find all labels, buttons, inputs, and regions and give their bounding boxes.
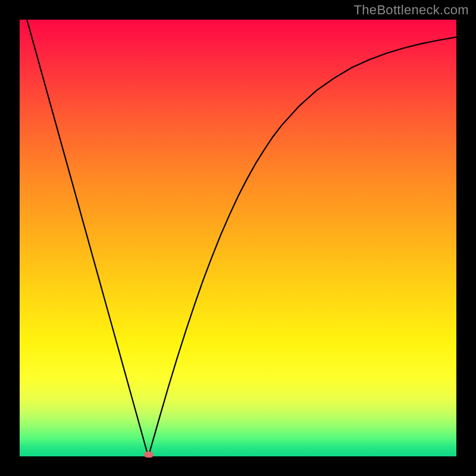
chart-frame: TheBottleneck.com [0, 0, 476, 476]
bottleneck-curve [20, 20, 456, 456]
watermark-text: TheBottleneck.com [354, 2, 469, 18]
optimum-marker [144, 452, 154, 458]
plot-area [20, 20, 456, 456]
